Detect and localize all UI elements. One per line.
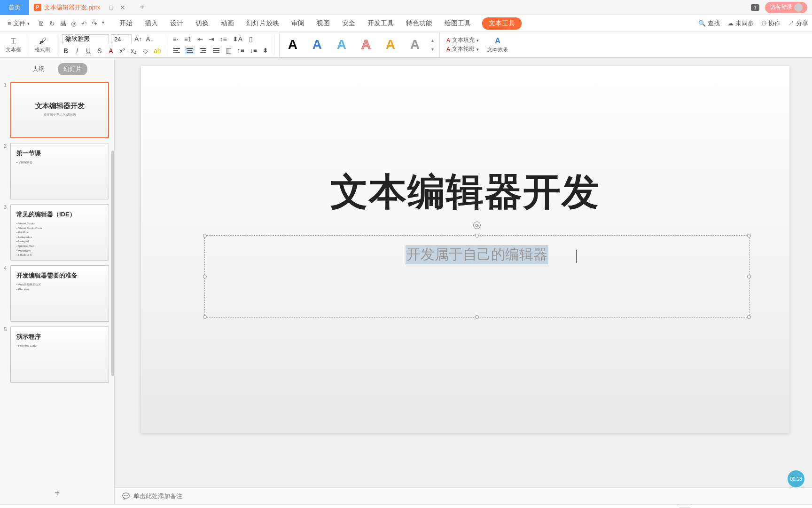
resize-handle-tl[interactable] [203, 234, 207, 238]
thumb-preview[interactable]: 文本编辑器开发开发属于自己的编辑器 [10, 82, 109, 138]
menu-transition[interactable]: 切换 [195, 17, 210, 30]
resize-handle-tr[interactable] [747, 234, 751, 238]
align-right-button[interactable] [198, 47, 208, 54]
slideshow-icon[interactable]: ▢ [109, 4, 113, 10]
refresh-icon[interactable]: ↻ [49, 20, 55, 27]
sync-status[interactable]: ☁ 未同步 [727, 19, 754, 28]
timer-badge[interactable]: 00:13 [788, 470, 804, 487]
save-icon[interactable]: 🗎 [38, 20, 45, 27]
text-effects-dropdown[interactable]: A 文本效果 [485, 37, 510, 53]
justify-button[interactable] [211, 47, 221, 54]
tab-home[interactable]: 首页 [0, 0, 29, 15]
line-spacing-button[interactable]: ↕≡ [219, 34, 228, 44]
thumbnail-item[interactable]: 2第一节课• 了解编辑器 [4, 143, 110, 199]
format-painter-group[interactable]: 🖌 格式刷 [33, 37, 52, 53]
slide-canvas[interactable]: 文本编辑器开发 ⟳ 开发属于自己的编辑器 [141, 66, 789, 433]
menu-features[interactable]: 特色功能 [405, 17, 433, 30]
slide-subtitle[interactable]: 开发属于自己的编辑器 [406, 245, 548, 264]
style-preset-3[interactable]: A [330, 34, 353, 55]
share-button[interactable]: ↗ 分享 [788, 19, 808, 28]
style-gallery-more[interactable]: ▴▾ [428, 34, 437, 55]
menu-review[interactable]: 审阅 [290, 17, 305, 30]
highlight-button[interactable]: ab [153, 46, 162, 56]
superscript-button[interactable]: x² [118, 46, 126, 56]
add-slide-button[interactable]: + [0, 482, 114, 504]
style-preset-4[interactable]: A [355, 34, 377, 55]
collab-button[interactable]: ⚇ 协作 [761, 19, 781, 28]
thumbnail-item[interactable]: 5演示程序• Firemind Editor [4, 326, 110, 383]
menu-security[interactable]: 安全 [341, 17, 356, 30]
spacing-after-button[interactable]: ↓≡ [249, 46, 258, 55]
menu-drawing-tools[interactable]: 绘图工具 [444, 17, 472, 30]
rotate-handle[interactable]: ⟳ [473, 222, 481, 229]
redo-icon[interactable]: ↷ [92, 20, 97, 27]
search-box[interactable]: 🔍 查找 [698, 19, 720, 28]
outdent-button[interactable]: ⇤ [196, 34, 204, 44]
thumbnail-item[interactable]: 3常见的编辑器（IDE）• Visual Studio• Visual Stud… [4, 204, 110, 261]
close-tab-icon[interactable]: ✕ [120, 4, 125, 11]
font-color-button[interactable]: A [107, 46, 115, 56]
thumb-preview[interactable]: 开发编辑器需要的准备• Web前端开发技术• Electron [10, 265, 109, 322]
italic-button[interactable]: I [73, 46, 81, 56]
resize-handle-bm[interactable] [475, 315, 479, 319]
resize-handle-tm[interactable] [475, 234, 479, 238]
clear-format-button[interactable]: ◇ [141, 46, 149, 56]
menu-text-tools[interactable]: 文本工具 [482, 17, 522, 30]
undo-icon[interactable]: ↶ [81, 20, 87, 27]
tab-file[interactable]: P 文本编辑器开发.pptx ▢ ✕ [29, 0, 130, 15]
resize-handle-bl[interactable] [203, 315, 207, 319]
text-outline-button[interactable]: A文本轮廓▾ [446, 45, 479, 53]
scrollbar[interactable] [111, 151, 114, 376]
print-icon[interactable]: 🖶 [60, 20, 66, 27]
text-fill-button[interactable]: A文本填充▾ [446, 36, 479, 44]
style-preset-6[interactable]: A [404, 34, 426, 55]
thumbnail-item[interactable]: 1文本编辑器开发开发属于自己的编辑器 [4, 82, 110, 138]
thumb-preview[interactable]: 第一节课• 了解编辑器 [10, 143, 109, 199]
align-left-button[interactable] [172, 47, 181, 54]
style-preset-2[interactable]: A [306, 34, 328, 55]
thumbnail-item[interactable]: 4开发编辑器需要的准备• Web前端开发技术• Electron [4, 265, 110, 322]
thumb-preview[interactable]: 演示程序• Firemind Editor [10, 326, 109, 383]
paragraph-spacing-button[interactable]: ⬍ [262, 46, 269, 55]
menu-dev-tools[interactable]: 开发工具 [367, 17, 395, 30]
notification-badge[interactable]: 1 [751, 4, 759, 11]
login-button[interactable]: 访客登录 [765, 2, 807, 13]
subscript-button[interactable]: x₂ [130, 46, 138, 56]
slide-title[interactable]: 文本编辑器开发 [330, 167, 600, 218]
selected-textbox[interactable]: ⟳ 开发属于自己的编辑器 [204, 235, 750, 318]
resize-handle-br[interactable] [747, 315, 751, 319]
menu-animation[interactable]: 动画 [220, 17, 235, 30]
menu-insert[interactable]: 插入 [144, 17, 159, 30]
menu-design[interactable]: 设计 [169, 17, 184, 30]
thumb-preview[interactable]: 常见的编辑器（IDE）• Visual Studio• Visual Studi… [10, 204, 109, 261]
numbering-button[interactable]: ≡1 [183, 34, 193, 44]
style-preset-5[interactable]: A [379, 34, 402, 55]
menu-slideshow[interactable]: 幻灯片放映 [245, 17, 280, 30]
bold-button[interactable]: B [62, 46, 70, 56]
outline-tab[interactable]: 大纲 [27, 63, 50, 75]
textbox-group[interactable]: ⌶ 文本框 [4, 37, 23, 53]
font-grow-icon[interactable]: A↑ [133, 34, 143, 44]
notes-bar[interactable]: 💬 单击此处添加备注 [115, 487, 812, 504]
indent-button[interactable]: ⇥ [208, 34, 215, 44]
bullets-button[interactable]: ≡· [172, 34, 180, 44]
align-center-button[interactable] [185, 47, 195, 54]
more-icon[interactable]: ▾ [102, 20, 104, 27]
style-preset-1[interactable]: A [281, 34, 304, 55]
strike-button[interactable]: S [96, 46, 103, 56]
menu-start[interactable]: 开始 [118, 17, 133, 30]
file-menu[interactable]: ≡ 文件 ▾ [4, 19, 33, 28]
slides-tab[interactable]: 幻灯片 [58, 63, 87, 75]
font-size-select[interactable] [111, 34, 132, 44]
columns-button[interactable]: ▥ [225, 46, 233, 55]
font-name-select[interactable] [62, 34, 109, 44]
new-tab-button[interactable]: + [140, 2, 145, 12]
menu-view[interactable]: 视图 [316, 17, 331, 30]
resize-handle-ml[interactable] [203, 275, 207, 278]
spacing-before-button[interactable]: ↑≡ [236, 46, 245, 55]
underline-button[interactable]: U [85, 46, 92, 56]
text-direction-button[interactable]: ⬍A [232, 34, 243, 44]
font-shrink-icon[interactable]: A↓ [145, 34, 154, 44]
align-text-button[interactable]: ▯ [247, 34, 255, 44]
preview-icon[interactable]: ◎ [71, 20, 77, 27]
